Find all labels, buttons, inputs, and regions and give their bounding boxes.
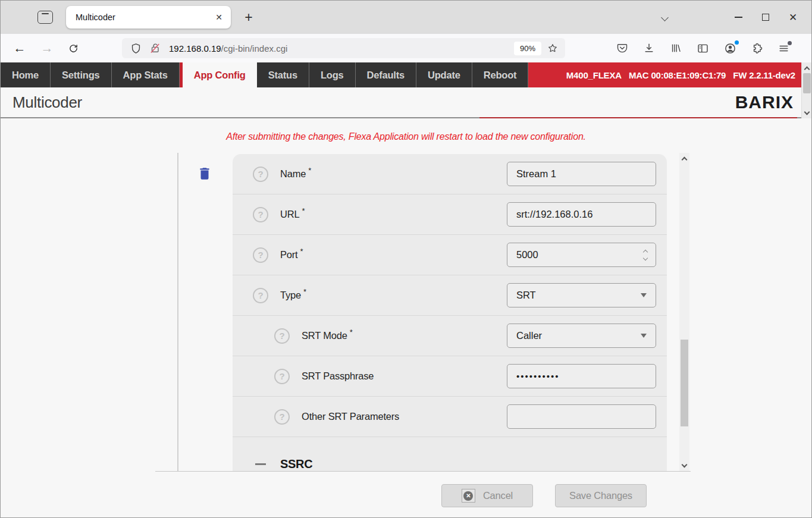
page-title: Multicoder xyxy=(12,93,82,112)
firefox-view-icon[interactable] xyxy=(37,11,53,24)
port-input[interactable]: 5000 xyxy=(507,243,656,267)
url-value: srt://192.168.0.16 xyxy=(516,209,648,220)
stream-rail-divider xyxy=(177,153,178,471)
field-label: SRT Mode xyxy=(302,330,347,341)
field-label: SRT Passphrase xyxy=(302,371,374,382)
browser-window: Multicoder ✕ + ✕ ← → xyxy=(0,0,812,518)
maximize-button[interactable] xyxy=(752,5,779,29)
barix-top-frame: Home Settings App Stats App Config Statu… xyxy=(1,62,811,118)
stream-settings-panel: ? Name * Stream 1 ? URL * srt://192.168.… xyxy=(233,154,667,471)
tab-title: Multicoder xyxy=(76,12,212,22)
scrollbar-thumb[interactable] xyxy=(803,73,811,93)
pocket-icon[interactable] xyxy=(616,42,628,54)
help-icon[interactable]: ? xyxy=(274,409,290,425)
nav-item-app-config[interactable]: App Config xyxy=(180,62,257,87)
nav-item-reboot[interactable]: Reboot xyxy=(472,62,529,87)
nav-item-app-stats[interactable]: App Stats xyxy=(112,62,180,87)
ssrc-section-header: SSRC xyxy=(233,457,667,471)
scrollbar-thumb[interactable] xyxy=(681,340,688,426)
footer-divider xyxy=(155,471,691,472)
srt-mode-value: Caller xyxy=(516,330,641,341)
browser-toolbar: ← → 192.168.0.19/cgi-bin/index.cgi 90% xyxy=(1,34,811,62)
scroll-up-icon[interactable] xyxy=(679,153,689,164)
srt-passphrase-input[interactable]: •••••••••• xyxy=(507,364,656,388)
minimize-button[interactable] xyxy=(725,5,752,29)
insecure-lock-icon[interactable] xyxy=(149,42,161,54)
browser-tab[interactable]: Multicoder ✕ xyxy=(66,6,231,29)
dropdown-arrow-icon xyxy=(641,334,647,338)
nav-item-defaults[interactable]: Defaults xyxy=(356,62,417,87)
dropdown-arrow-icon xyxy=(641,293,647,297)
stream-config-form: ? Name * Stream 1 ? URL * srt://192.168.… xyxy=(155,153,679,471)
device-info-banner: M400_FLEXA MAC 00:08:E1:09:C1:79 FW 2.2.… xyxy=(528,62,801,87)
section-title: SSRC xyxy=(280,457,312,471)
url-bar[interactable]: 192.168.0.19/cgi-bin/index.cgi 90% xyxy=(122,38,565,58)
list-all-tabs-icon[interactable] xyxy=(657,7,672,27)
scroll-down-icon[interactable] xyxy=(679,460,689,471)
close-button[interactable]: ✕ xyxy=(779,5,807,29)
help-icon[interactable]: ? xyxy=(274,328,290,344)
save-changes-button[interactable]: Save Changes xyxy=(555,484,647,507)
barix-logo: BARIX xyxy=(735,92,794,112)
cancel-label: Cancel xyxy=(483,490,513,501)
new-tab-button[interactable]: + xyxy=(239,8,258,27)
field-label: URL xyxy=(280,209,299,220)
back-button[interactable]: ← xyxy=(10,39,29,58)
content-frame: After submitting the changes, Flexa Appl… xyxy=(1,118,811,518)
scroll-up-icon[interactable] xyxy=(802,62,812,73)
shield-icon[interactable] xyxy=(130,43,142,54)
cancel-button[interactable]: ✕ Cancel xyxy=(441,484,533,507)
help-icon[interactable]: ? xyxy=(253,167,268,182)
nav-item-logs[interactable]: Logs xyxy=(309,62,356,87)
library-icon[interactable] xyxy=(670,42,682,54)
tab-close-icon[interactable]: ✕ xyxy=(212,10,226,24)
required-mark: * xyxy=(303,287,306,296)
cancel-x-icon: ✕ xyxy=(462,489,475,503)
nav-item-settings[interactable]: Settings xyxy=(51,62,112,87)
reload-icon[interactable] xyxy=(64,39,83,58)
number-stepper-icon[interactable] xyxy=(644,250,647,260)
help-icon[interactable]: ? xyxy=(274,369,290,384)
delete-stream-icon[interactable] xyxy=(197,166,212,181)
help-icon[interactable]: ? xyxy=(253,247,268,263)
downloads-icon[interactable] xyxy=(643,42,655,54)
device-firmware: FW 2.2.11-dev2 xyxy=(733,70,795,80)
form-row-name: ? Name * Stream 1 xyxy=(233,154,667,194)
forward-button[interactable]: → xyxy=(37,39,57,58)
port-value: 5000 xyxy=(516,249,644,260)
scroll-down-icon[interactable] xyxy=(802,108,812,118)
other-srt-parameters-input[interactable] xyxy=(507,404,656,429)
field-label: Port xyxy=(280,249,297,260)
top-frame-scrollbar[interactable] xyxy=(801,62,811,118)
extensions-icon[interactable] xyxy=(751,42,763,54)
url-domain: 192.168.0.19 xyxy=(169,43,221,54)
form-row-srt-passphrase: ? SRT Passphrase •••••••••• xyxy=(233,356,667,397)
bookmark-star-icon[interactable] xyxy=(547,43,558,54)
required-mark: * xyxy=(300,247,303,256)
sidebars-icon[interactable] xyxy=(697,42,709,55)
browser-titlebar: Multicoder ✕ + ✕ xyxy=(1,1,811,34)
collapse-minus-icon[interactable] xyxy=(255,463,266,465)
restart-warning-text: After submitting the changes, Flexa Appl… xyxy=(1,118,811,142)
zoom-level-badge[interactable]: 90% xyxy=(514,42,541,55)
field-label: Name xyxy=(280,168,306,180)
form-action-buttons: ✕ Cancel Save Changes xyxy=(441,484,647,507)
type-select[interactable]: SRT xyxy=(507,283,656,307)
form-row-port: ? Port * 5000 xyxy=(233,235,667,275)
srt-mode-select[interactable]: Caller xyxy=(507,324,656,348)
help-icon[interactable]: ? xyxy=(253,207,268,222)
site-navigation: Home Settings App Stats App Config Statu… xyxy=(1,62,811,87)
form-row-type: ? Type * SRT xyxy=(233,275,667,316)
account-icon[interactable] xyxy=(724,42,736,55)
nav-item-update[interactable]: Update xyxy=(416,62,472,87)
name-input[interactable]: Stream 1 xyxy=(507,162,656,186)
menu-icon[interactable] xyxy=(778,43,789,54)
nav-item-home[interactable]: Home xyxy=(1,62,51,87)
help-icon[interactable]: ? xyxy=(253,288,268,303)
url-input[interactable]: srt://192.168.0.16 xyxy=(507,202,656,227)
device-mac: MAC 00:08:E1:09:C1:79 xyxy=(629,70,726,80)
form-row-url: ? URL * srt://192.168.0.16 xyxy=(233,194,667,235)
form-scrollbar[interactable] xyxy=(679,153,689,471)
nav-item-status[interactable]: Status xyxy=(257,62,309,87)
type-value: SRT xyxy=(516,290,641,301)
